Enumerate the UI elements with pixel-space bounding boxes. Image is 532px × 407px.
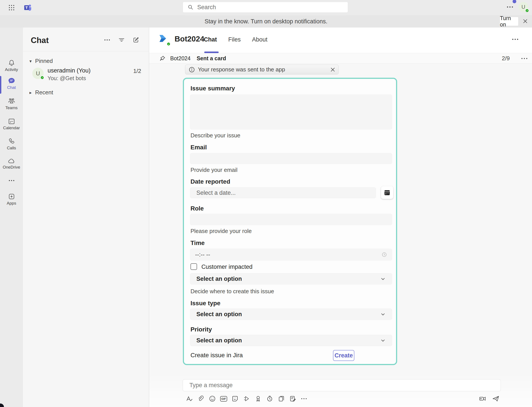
dropdown-value: Select an option [196, 311, 242, 318]
compose-area: GIF [149, 372, 532, 407]
user-avatar[interactable]: U [518, 2, 528, 12]
rail-label: Teams [6, 105, 18, 110]
tab-about[interactable]: About [252, 36, 268, 43]
date-picker-button[interactable] [381, 186, 393, 199]
chat-more-icon[interactable] [104, 37, 110, 43]
message-pane: Your response was sent to the app Issue … [149, 64, 532, 407]
rail-label: Calls [7, 146, 16, 150]
clock-icon [381, 252, 387, 258]
toast-close-icon[interactable] [330, 67, 335, 72]
issue-type-dropdown[interactable]: Select an option [190, 309, 392, 320]
search-icon [188, 4, 193, 10]
toast-message: Your response was sent to the app [198, 66, 285, 73]
email-field[interactable] [190, 153, 392, 164]
schedule-send-icon[interactable] [266, 395, 273, 402]
email-label: Email [191, 144, 207, 151]
role-label: Role [191, 205, 204, 212]
active-tab-underline [204, 52, 219, 53]
pinned-more-icon[interactable] [521, 56, 528, 61]
presence-available-icon [525, 9, 529, 12]
attach-icon[interactable] [197, 395, 204, 402]
create-button[interactable]: Create [333, 350, 354, 361]
role-field[interactable] [190, 214, 392, 225]
time-field[interactable]: --:-- -- [190, 249, 392, 260]
sidebar-item-onedrive[interactable]: OneDrive [0, 158, 23, 170]
sidebar-item-apps[interactable]: Apps [0, 193, 23, 206]
recent-label: Recent [35, 89, 53, 96]
emoji-icon[interactable] [208, 395, 216, 402]
praise-icon[interactable] [254, 395, 262, 402]
search-bar[interactable] [183, 2, 348, 13]
panel-divider [23, 51, 149, 51]
where-helper: Decide where to create this issue [191, 288, 274, 295]
pinned-action: Sent a card [197, 55, 226, 62]
workflows-icon[interactable] [243, 395, 250, 402]
filter-icon[interactable] [118, 37, 125, 43]
tab-chat[interactable]: Chat [204, 36, 217, 43]
rail-label: Activity [5, 67, 18, 72]
cloud-icon [8, 158, 15, 164]
pinned-label: Pinned [35, 58, 53, 64]
chevron-down-icon: ▾ [30, 59, 32, 64]
conversation-title: Bot2024 [175, 34, 204, 43]
pinned-section-header[interactable]: ▾ Pinned [30, 58, 53, 64]
rail-more-icon[interactable] [0, 179, 23, 182]
rail-label: Chat [7, 85, 16, 90]
banner-close-icon[interactable] [522, 18, 528, 24]
turn-on-button[interactable]: Turn on [500, 17, 518, 26]
sidebar-item-teams[interactable]: Teams [0, 98, 23, 110]
banner-message: Stay in the know. Turn on desktop notifi… [205, 18, 328, 25]
chat-icon [8, 77, 15, 84]
bot-logo-icon [158, 34, 168, 43]
pinned-message-bar[interactable]: Bot2024 Sent a card 2/9 [149, 53, 532, 64]
app-rail: Activity Chat Teams Calendar [0, 28, 23, 407]
sidebar-item-chat[interactable]: Chat [0, 77, 23, 90]
calendar-dark-icon [384, 189, 390, 196]
gif-icon[interactable]: GIF [220, 396, 227, 401]
people-icon [8, 98, 15, 105]
chat-item-name: useradmin (You) [47, 67, 91, 74]
date-reported-label: Date reported [191, 178, 230, 185]
info-icon [189, 67, 195, 73]
sidebar-item-activity[interactable]: Activity [0, 59, 23, 72]
issue-summary-input[interactable] [190, 95, 392, 129]
message-input[interactable] [189, 382, 494, 389]
issue-summary-helper: Describe your issue [191, 132, 240, 139]
compose-more-icon[interactable] [301, 395, 307, 402]
email-helper: Provide your email [191, 167, 237, 173]
bot-avatar [158, 34, 170, 45]
message-box[interactable] [183, 379, 501, 391]
tab-files[interactable]: Files [228, 36, 241, 43]
role-input[interactable] [190, 214, 392, 225]
waffle-icon[interactable] [8, 4, 15, 11]
chat-list-item-useradmin[interactable]: U useradmin (You) You: @Get bots 1/2 [24, 66, 148, 85]
video-clip-icon[interactable] [479, 395, 487, 402]
date-field[interactable] [190, 187, 376, 198]
issue-summary-label: Issue summary [191, 85, 235, 92]
loop-icon[interactable] [278, 395, 285, 402]
customer-impacted-label: Customer impacted [201, 264, 253, 270]
where-dropdown[interactable]: Select an option [190, 273, 392, 284]
customer-impacted-checkbox[interactable] [191, 263, 197, 270]
date-input[interactable] [190, 188, 376, 198]
pinned-sender: Bot2024 [170, 55, 191, 62]
sidebar-item-calendar[interactable]: Calendar [0, 118, 23, 130]
search-input[interactable] [197, 4, 343, 11]
panel-title: Chat [31, 36, 49, 45]
approvals-icon[interactable] [289, 395, 297, 402]
sticker-icon[interactable] [231, 395, 239, 402]
time-label: Time [191, 240, 205, 247]
new-chat-icon[interactable] [133, 37, 139, 43]
format-icon[interactable] [185, 395, 193, 402]
conversation-header: Bot2024 Chat Files About [149, 28, 532, 53]
issue-summary-field[interactable] [190, 94, 392, 129]
sidebar-item-calls[interactable]: Calls [0, 138, 23, 150]
bell-icon [8, 59, 15, 66]
conversation-more-icon[interactable] [511, 37, 519, 41]
priority-dropdown[interactable]: Select an option [190, 335, 392, 346]
topbar-more-icon[interactable] [506, 5, 514, 9]
notification-banner: Stay in the know. Turn on desktop notifi… [0, 15, 532, 28]
send-icon[interactable] [492, 395, 500, 402]
email-input[interactable] [190, 153, 392, 164]
recent-section-header[interactable]: ▸ Recent [30, 89, 53, 96]
